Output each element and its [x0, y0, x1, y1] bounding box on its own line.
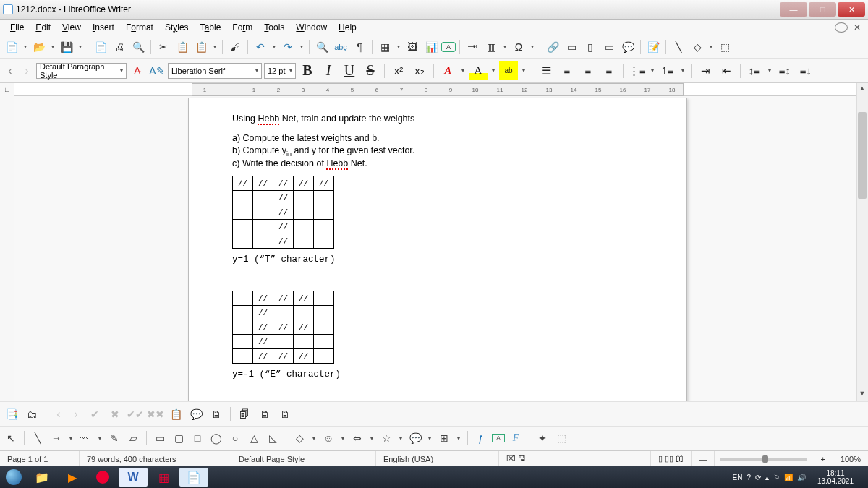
- taskbar-clock[interactable]: 18:11 13.04.2021: [812, 469, 859, 485]
- vertical-scrollbar[interactable]: ▲ ▼: [856, 83, 868, 401]
- flowchart-shapes-button[interactable]: ⊞: [436, 430, 452, 446]
- form-design-button[interactable]: 📑: [3, 406, 20, 423]
- triangle-tool-button[interactable]: △: [246, 430, 262, 446]
- menu-help[interactable]: Help: [333, 22, 362, 33]
- menu-format[interactable]: Format: [120, 22, 159, 33]
- zoom-out-button[interactable]: —: [692, 451, 715, 466]
- rect-rounded-button[interactable]: ▢: [171, 430, 187, 446]
- horizontal-ruler[interactable]: 1123456789101112131415161718: [14, 83, 856, 96]
- font-name-combo[interactable]: Liberation Serif▾: [168, 63, 262, 79]
- taskbar-explorer-icon[interactable]: 📁: [27, 468, 56, 487]
- bullet-list-button[interactable]: ⋮≡: [628, 61, 647, 80]
- tray-network-icon[interactable]: 📶: [784, 474, 793, 481]
- insert-symbol-button[interactable]: Ω: [510, 38, 527, 56]
- italic-button[interactable]: I: [319, 61, 338, 80]
- arrow-tool-button[interactable]: →: [48, 430, 64, 446]
- clone-formatting-button[interactable]: 🖌: [226, 38, 244, 56]
- indent-decrease-button[interactable]: ⇤: [717, 61, 736, 80]
- line-button[interactable]: ╲: [670, 38, 687, 56]
- strikethrough-button[interactable]: S: [361, 61, 380, 80]
- scroll-up-arrow-icon[interactable]: ▲: [858, 85, 867, 95]
- print-preview-button[interactable]: 🔍: [129, 38, 147, 56]
- para-spacing-button[interactable]: ≡↕: [775, 61, 794, 80]
- comment-button[interactable]: 💬: [619, 38, 637, 56]
- select-tool-button[interactable]: ↖: [3, 430, 19, 446]
- insert-textbox-button[interactable]: A: [441, 42, 456, 52]
- accept-all-button[interactable]: ✔✔: [127, 406, 144, 423]
- taskbar-app2-icon[interactable]: ▦: [149, 468, 178, 487]
- taskbar-writer-icon[interactable]: 📄: [179, 468, 208, 487]
- protect-record-button[interactable]: 🗎: [276, 406, 294, 423]
- new-style-button[interactable]: A✎: [148, 62, 166, 80]
- find-button[interactable]: 🔍: [313, 38, 331, 56]
- menu-edit[interactable]: Edit: [30, 22, 56, 33]
- tray-help-icon[interactable]: ?: [746, 474, 751, 481]
- prev-change-button[interactable]: ‹: [51, 408, 66, 421]
- status-page-style[interactable]: Default Page Style: [231, 451, 376, 466]
- draw-functions-button[interactable]: ⬚: [716, 38, 733, 56]
- basic-shapes-button[interactable]: ◇: [689, 38, 706, 56]
- toggle-extrusion-button[interactable]: ⬚: [553, 430, 569, 446]
- insert-comment-button[interactable]: 💬: [187, 406, 205, 423]
- nav-prev-button[interactable]: ‹: [3, 64, 17, 77]
- manage-changes-button[interactable]: 📋: [167, 406, 184, 423]
- scroll-thumb[interactable]: [858, 112, 867, 199]
- merge-doc-button[interactable]: 🗐: [236, 406, 253, 423]
- char-background-button[interactable]: ab: [499, 61, 518, 80]
- underline-button[interactable]: U: [340, 61, 359, 80]
- menu-window[interactable]: Window: [290, 22, 333, 33]
- reject-change-button[interactable]: ✖: [106, 406, 124, 423]
- smiley-tool-button[interactable]: ☺: [320, 430, 336, 446]
- polygon-tool-button[interactable]: ▱: [125, 430, 141, 446]
- number-list-button[interactable]: 1≡: [658, 61, 677, 80]
- fontwork-button[interactable]: ƒ: [473, 430, 489, 446]
- compare-doc-button[interactable]: 🗎: [208, 406, 225, 423]
- formatting-marks-button[interactable]: ¶: [351, 38, 368, 56]
- menu-form[interactable]: Form: [226, 22, 258, 33]
- taskbar-word-icon[interactable]: W: [119, 468, 148, 487]
- status-zoom[interactable]: 100%: [833, 451, 868, 466]
- update-icon[interactable]: [835, 22, 848, 33]
- diamond-tool-button[interactable]: ◇: [292, 430, 307, 446]
- ellipse-tool-button[interactable]: ◯: [208, 430, 224, 446]
- line-tool-button[interactable]: ╲: [30, 430, 46, 446]
- status-view-buttons[interactable]: ▯ ▯▯ 🕮: [651, 451, 692, 466]
- show-desktop-button[interactable]: [861, 468, 867, 487]
- highlight-color-button[interactable]: A: [469, 61, 488, 80]
- paste-button[interactable]: 📋: [192, 38, 210, 56]
- tray-up-arrow-icon[interactable]: ▴: [765, 474, 769, 481]
- protect-doc-button[interactable]: 🗎: [256, 406, 273, 423]
- fontwork2-button[interactable]: F: [508, 430, 524, 446]
- spellcheck-button[interactable]: abç: [332, 38, 349, 56]
- circle-tool-button[interactable]: ○: [227, 430, 243, 446]
- insert-pagebreak-button[interactable]: ⭲: [464, 38, 481, 56]
- align-justify-button[interactable]: ☰: [537, 61, 556, 80]
- star-shapes-button[interactable]: ☆: [378, 430, 394, 446]
- window-minimize-button[interactable]: —: [780, 2, 807, 17]
- square-tool-button[interactable]: □: [190, 430, 205, 446]
- save-button[interactable]: 💾: [58, 38, 75, 56]
- freeform-tool-button[interactable]: ✎: [106, 430, 122, 446]
- window-maximize-button[interactable]: □: [809, 2, 836, 17]
- menu-tools[interactable]: Tools: [258, 22, 290, 33]
- window-close-button[interactable]: ✕: [838, 2, 865, 17]
- next-change-button[interactable]: ›: [69, 408, 83, 421]
- zoom-slider[interactable]: [720, 458, 807, 461]
- taskbar-media-icon[interactable]: ▶: [58, 468, 87, 487]
- align-center-button[interactable]: ≡: [579, 61, 597, 80]
- tray-lang[interactable]: EN: [732, 474, 742, 481]
- right-triangle-button[interactable]: ◺: [265, 430, 281, 446]
- status-word-count[interactable]: 79 words, 400 characters: [80, 451, 231, 466]
- menu-insert[interactable]: Insert: [87, 22, 120, 33]
- system-tray[interactable]: EN ? ⟳ ▴ ⚐ 📶 🔊: [728, 474, 809, 481]
- textbox-draw-button[interactable]: A: [492, 434, 505, 442]
- tray-flag-icon[interactable]: ⚐: [773, 474, 780, 481]
- document-close-button[interactable]: ✕: [851, 22, 864, 33]
- scroll-down-arrow-icon[interactable]: ▼: [858, 390, 867, 400]
- insert-chart-button[interactable]: 📊: [422, 38, 440, 56]
- tray-sync-icon[interactable]: ⟳: [755, 474, 761, 481]
- taskbar-opera-icon[interactable]: [88, 468, 117, 487]
- menu-view[interactable]: View: [56, 22, 87, 33]
- zoom-in-button[interactable]: +: [813, 451, 833, 466]
- arrow-shapes-button[interactable]: ⇔: [349, 430, 365, 446]
